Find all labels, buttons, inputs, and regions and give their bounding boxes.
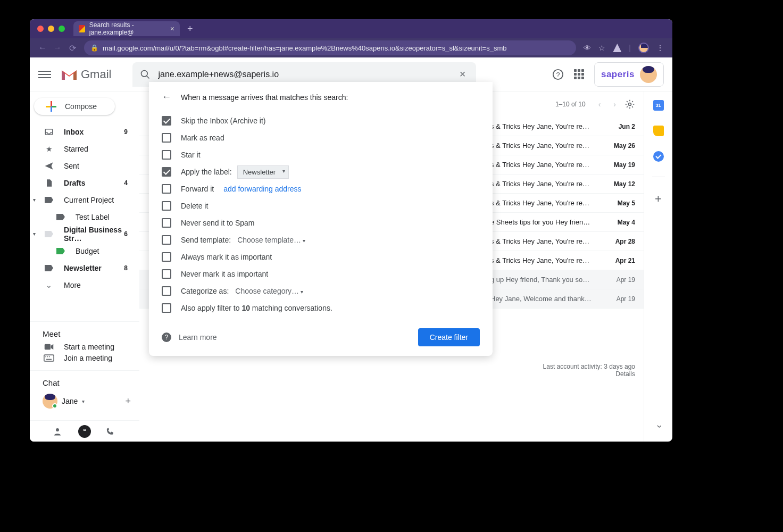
learn-more-link[interactable]: Learn more <box>179 333 217 342</box>
bottom-icon-bar: ❝ <box>30 420 139 442</box>
gmail-icon <box>61 68 78 81</box>
keep-icon[interactable] <box>653 126 664 136</box>
filter-title: When a message arrives that matches this… <box>181 93 348 102</box>
join-meeting-button[interactable]: Join a meeting <box>30 353 139 364</box>
gmail-logo[interactable]: Gmail <box>61 68 111 81</box>
checkbox-categorize[interactable] <box>162 286 171 296</box>
template-select-dropdown[interactable]: Choose template… <box>237 236 305 244</box>
chat-user-row[interactable]: Jane ▾ + <box>30 390 139 412</box>
bookmark-star-icon[interactable]: ☆ <box>598 44 605 52</box>
close-tab-icon[interactable]: × <box>170 24 174 33</box>
category-select-dropdown[interactable]: Choose category… <box>235 287 303 295</box>
brand-name: saperis <box>601 69 635 80</box>
sidebar-item-digital-business[interactable]: ▾ Digital Business Str… 6 <box>30 226 134 243</box>
tasks-icon[interactable] <box>653 151 664 162</box>
help-icon: ? <box>552 69 564 80</box>
svg-point-12 <box>629 103 631 106</box>
sidebar-item-sent[interactable]: Sent <box>30 157 134 174</box>
svg-point-0 <box>141 70 148 77</box>
maximize-window-button[interactable] <box>59 26 65 32</box>
hangouts-icon[interactable]: ❝ <box>78 425 91 438</box>
apps-grid-icon <box>574 69 584 79</box>
svg-line-1 <box>147 76 149 78</box>
checkbox-always-important[interactable] <box>162 252 171 262</box>
search-input[interactable] <box>158 70 456 79</box>
svg-rect-9 <box>49 356 50 358</box>
sidebar-item-newsletter[interactable]: Newsletter 8 <box>30 260 134 277</box>
forward-button[interactable]: → <box>50 43 65 53</box>
start-meeting-button[interactable]: Start a meeting <box>30 342 139 353</box>
video-icon <box>44 343 54 351</box>
label-icon <box>55 248 66 254</box>
browser-tab[interactable]: Search results - jane.example@ × <box>73 21 180 36</box>
svg-rect-8 <box>47 356 48 358</box>
checkbox-apply-label[interactable] <box>162 167 171 177</box>
create-filter-button[interactable]: Create filter <box>418 328 480 346</box>
sidebar-item-budget[interactable]: Budget <box>30 243 134 260</box>
extension-icon[interactable] <box>613 44 621 52</box>
filter-option-label: Star it <box>181 151 201 159</box>
details-link[interactable]: Details <box>543 370 635 378</box>
expand-icon[interactable]: ▾ <box>33 231 36 237</box>
checkbox-delete[interactable] <box>162 201 171 211</box>
checkbox-star-it[interactable] <box>162 150 171 160</box>
filter-option-label: Skip the Inbox (Archive it) <box>181 117 266 125</box>
close-window-button[interactable] <box>37 26 44 32</box>
checkbox-never-spam[interactable] <box>162 218 171 228</box>
keyboard-icon <box>44 354 54 362</box>
compose-button[interactable]: Compose <box>34 98 115 115</box>
sidebar-item-test-label[interactable]: Test Label <box>30 209 134 226</box>
new-chat-button[interactable]: + <box>125 396 131 407</box>
mail-date: May 4 <box>598 219 635 226</box>
support-button[interactable]: ? <box>552 68 564 81</box>
mail-date: Apr 28 <box>598 238 635 245</box>
person-icon[interactable] <box>53 427 63 436</box>
reload-button[interactable]: ⟳ <box>65 43 80 53</box>
mail-date: May 19 <box>598 161 635 169</box>
sidebar-item-current-project[interactable]: ▾ Current Project <box>30 192 134 209</box>
checkbox-forward[interactable] <box>162 184 171 194</box>
sidebar-item-starred[interactable]: ★ Starred <box>30 140 134 157</box>
sidebar-item-more[interactable]: ⌄ More <box>30 277 134 294</box>
filter-option-label: Always mark it as important <box>181 253 272 261</box>
checkbox-send-template[interactable] <box>162 235 171 245</box>
back-button[interactable]: ← <box>35 43 50 53</box>
filter-option-label: Also apply filter to 10 matching convers… <box>181 304 332 312</box>
collapse-panel-button[interactable]: ‹ <box>653 425 664 428</box>
account-badge[interactable]: saperis <box>594 62 664 87</box>
checkbox-never-important[interactable] <box>162 269 171 279</box>
add-forwarding-link[interactable]: add forwarding address <box>223 185 301 193</box>
prev-page-button[interactable]: ‹ <box>594 100 605 109</box>
label-select-dropdown[interactable]: Newsletter <box>237 165 289 179</box>
side-panel: + ‹ <box>644 92 672 442</box>
sidebar-item-drafts[interactable]: Drafts 4 <box>30 174 134 192</box>
profile-avatar-icon[interactable] <box>638 43 649 53</box>
settings-button[interactable] <box>624 99 635 110</box>
meet-section-title: Meet <box>30 322 139 342</box>
checkbox-skip-inbox[interactable] <box>162 116 171 126</box>
clear-search-button[interactable]: × <box>456 68 469 80</box>
browser-menu-icon[interactable]: ⋮ <box>656 44 664 52</box>
new-tab-button[interactable]: + <box>187 23 193 35</box>
phone-icon[interactable] <box>106 427 116 436</box>
eye-icon[interactable]: 👁 <box>584 44 591 52</box>
label-icon <box>44 231 54 237</box>
expand-icon[interactable]: ▾ <box>33 197 36 203</box>
mail-date: Jun 2 <box>598 123 635 130</box>
mail-date: May 26 <box>598 142 635 149</box>
google-apps-button[interactable] <box>573 68 586 81</box>
address-bar[interactable]: 🔒 mail.google.com/mail/u/0/?tab=rm&ogbl#… <box>84 40 576 55</box>
filter-option-label: Delete it <box>181 202 208 210</box>
checkbox-also-apply[interactable] <box>162 303 171 313</box>
url-text: mail.google.com/mail/u/0/?tab=rm&ogbl#cr… <box>103 44 506 52</box>
minimize-window-button[interactable] <box>48 26 54 32</box>
checkbox-mark-read[interactable] <box>162 133 171 143</box>
add-addon-button[interactable]: + <box>655 192 662 206</box>
filter-back-button[interactable]: ← <box>162 92 171 103</box>
main-menu-button[interactable] <box>38 68 51 81</box>
calendar-icon[interactable] <box>653 100 664 111</box>
svg-point-11 <box>56 428 59 431</box>
next-page-button[interactable]: › <box>609 100 620 109</box>
create-filter-panel: ← When a message arrives that matches th… <box>149 82 493 356</box>
sidebar-item-inbox[interactable]: Inbox 9 <box>30 123 134 140</box>
